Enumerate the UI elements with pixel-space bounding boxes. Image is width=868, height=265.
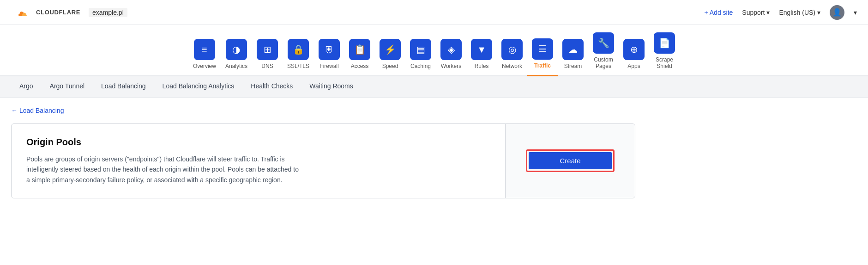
nav-icon-label-ssl-tls: SSL/TLS — [287, 63, 309, 69]
support-chevron-icon: ▾ — [766, 9, 770, 16]
nav-icon-stream[interactable]: ☁Stream — [558, 39, 588, 75]
nav-icon-label-scrape-shield: Scrape Shield — [656, 56, 673, 70]
cloudflare-logo — [11, 6, 31, 19]
nav-icon-box-access: 📋 — [349, 39, 370, 60]
nav-icon-label-caching: Caching — [410, 63, 431, 69]
add-site-button[interactable]: + Add site — [704, 9, 733, 16]
sub-nav-item-health-checks[interactable]: Health Checks — [242, 76, 301, 97]
nav-icon-network[interactable]: ◎Network — [497, 39, 527, 75]
nav-icon-box-custom-pages: 🔧 — [593, 32, 614, 54]
nav-icon-overview[interactable]: ≡Overview — [188, 39, 221, 75]
header-right: + Add site Support ▾ English (US) ▾ 👤 ▾ — [704, 5, 857, 20]
nav-icon-traffic[interactable]: ☰Traffic — [527, 38, 558, 76]
nav-icon-label-overview: Overview — [193, 63, 216, 69]
sub-nav-item-argo-tunnel[interactable]: Argo Tunnel — [42, 76, 93, 97]
user-avatar[interactable]: 👤 — [830, 5, 844, 20]
nav-icon-label-firewall: Firewall — [319, 63, 338, 69]
nav-icon-workers[interactable]: ◈Workers — [436, 39, 466, 75]
nav-icon-box-network: ◎ — [501, 39, 523, 60]
support-dropdown[interactable]: Support ▾ — [742, 9, 770, 16]
nav-icon-apps[interactable]: ⊕Apps — [619, 39, 649, 75]
language-dropdown[interactable]: English (US) ▾ — [779, 9, 820, 16]
nav-icon-box-overview: ≡ — [194, 39, 215, 60]
logo-text: CLOUDFLARE — [36, 9, 80, 16]
nav-icon-custom-pages[interactable]: 🔧Custom Pages — [588, 32, 619, 75]
nav-icon-box-speed: ⚡ — [380, 39, 401, 60]
main-content: ← Load Balancing Origin Pools Pools are … — [0, 98, 646, 208]
sub-nav-item-argo[interactable]: Argo — [11, 76, 42, 97]
nav-icon-label-workers: Workers — [441, 63, 461, 69]
nav-icon-label-rules: Rules — [475, 63, 489, 69]
origin-pools-card: Origin Pools Pools are groups of origin … — [11, 123, 635, 198]
nav-icon-box-stream: ☁ — [562, 39, 584, 60]
sub-nav-item-waiting-rooms[interactable]: Waiting Rooms — [301, 76, 361, 97]
nav-icon-label-access: Access — [351, 63, 369, 69]
create-button-wrapper: Create — [526, 149, 615, 172]
card-right: Create — [506, 124, 635, 198]
nav-icon-speed[interactable]: ⚡Speed — [375, 39, 405, 75]
nav-icon-box-ssl-tls: 🔒 — [288, 39, 309, 60]
nav-icon-box-apps: ⊕ — [623, 39, 645, 60]
nav-icons-wrapper: ≡Overview◑Analytics⊞DNS🔒SSL/TLS⛨Firewall… — [188, 32, 680, 75]
nav-icon-label-dns: DNS — [261, 63, 273, 69]
nav-icon-label-network: Network — [502, 63, 522, 69]
avatar-chevron-icon: ▾ — [854, 9, 857, 16]
logo-area: CLOUDFLARE example.pl — [11, 6, 127, 19]
nav-icon-analytics[interactable]: ◑Analytics — [221, 39, 252, 75]
card-left: Origin Pools Pools are groups of origin … — [12, 124, 506, 198]
sub-nav: ArgoArgo TunnelLoad BalancingLoad Balanc… — [0, 76, 868, 98]
back-link[interactable]: ← Load Balancing — [11, 107, 635, 114]
avatar-icon: 👤 — [832, 8, 842, 17]
header: CLOUDFLARE example.pl + Add site Support… — [0, 0, 868, 25]
card-title: Origin Pools — [26, 137, 490, 148]
nav-icon-label-apps: Apps — [627, 63, 640, 69]
nav-icon-rules[interactable]: ▼Rules — [466, 39, 497, 75]
nav-icon-box-traffic: ☰ — [532, 38, 553, 60]
nav-icon-firewall[interactable]: ⛨Firewall — [314, 39, 344, 75]
nav-icon-scrape-shield[interactable]: 📄Scrape Shield — [649, 32, 680, 75]
nav-icon-label-custom-pages: Custom Pages — [594, 56, 613, 70]
nav-icon-label-speed: Speed — [382, 63, 398, 69]
nav-icon-box-workers: ◈ — [440, 39, 462, 60]
card-description: Pools are groups of origin servers ("end… — [26, 154, 303, 185]
nav-icon-box-firewall: ⛨ — [319, 39, 340, 60]
create-button[interactable]: Create — [529, 152, 612, 169]
nav-icon-label-traffic: Traffic — [534, 62, 551, 69]
nav-icon-box-analytics: ◑ — [226, 39, 247, 60]
sub-nav-item-load-balancing-analytics[interactable]: Load Balancing Analytics — [154, 76, 243, 97]
sub-nav-item-load-balancing[interactable]: Load Balancing — [93, 76, 154, 97]
language-chevron-icon: ▾ — [817, 9, 820, 16]
nav-icon-caching[interactable]: ▤Caching — [405, 39, 436, 75]
nav-icon-box-scrape-shield: 📄 — [654, 32, 675, 54]
nav-icon-box-dns: ⊞ — [257, 39, 278, 60]
nav-icon-access[interactable]: 📋Access — [344, 39, 375, 75]
nav-icon-label-stream: Stream — [564, 63, 582, 69]
nav-icons-section: ≡Overview◑Analytics⊞DNS🔒SSL/TLS⛨Firewall… — [0, 25, 868, 76]
nav-icon-dns[interactable]: ⊞DNS — [252, 39, 283, 75]
nav-icon-ssl-tls[interactable]: 🔒SSL/TLS — [283, 39, 314, 75]
nav-icon-box-rules: ▼ — [471, 39, 492, 60]
nav-icon-label-analytics: Analytics — [225, 63, 247, 69]
nav-icon-box-caching: ▤ — [410, 39, 431, 60]
domain-name: example.pl — [89, 8, 127, 17]
